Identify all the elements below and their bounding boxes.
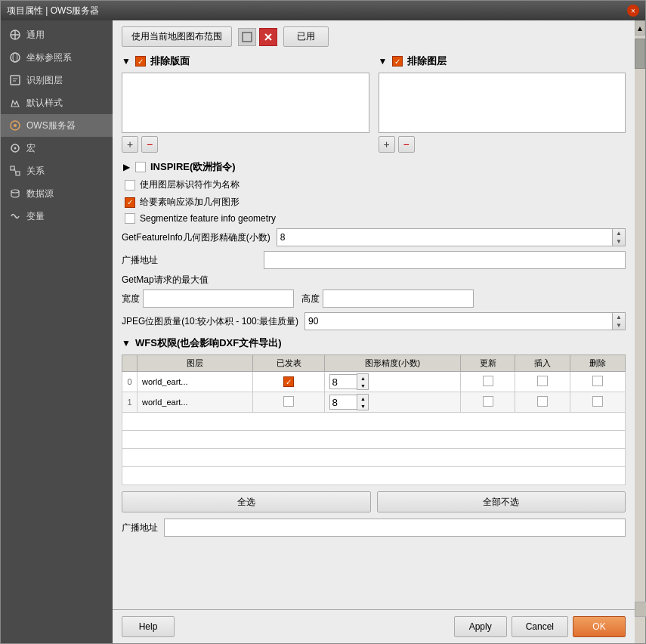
sidebar-item-relations-label: 关系: [26, 165, 45, 178]
sidebar-item-variables[interactable]: 变量: [1, 205, 113, 228]
sidebar-item-general[interactable]: 通用: [1, 23, 113, 46]
inspire-checkbox[interactable]: [135, 162, 146, 172]
table-row-empty: [122, 413, 626, 431]
top-icon2: [259, 28, 277, 46]
sidebar-item-general-label: 通用: [26, 29, 45, 42]
getmap-row: GetMap请求的最大值 宽度 高度: [122, 274, 626, 308]
wfs-title: WFS权限(也会影响DXF文件导出): [135, 336, 282, 350]
jpeg-input[interactable]: [304, 312, 612, 330]
row-1-update[interactable]: [460, 392, 515, 413]
remove-layout-button[interactable]: −: [141, 136, 158, 153]
close-button[interactable]: ×: [627, 5, 639, 17]
remove-layer-button[interactable]: −: [398, 136, 415, 153]
svg-rect-5: [11, 76, 20, 85]
help-button[interactable]: Help: [122, 616, 175, 637]
macros-icon: [8, 141, 22, 155]
wfs-toggle[interactable]: ▼: [122, 339, 131, 348]
getfeature-up[interactable]: ▲: [613, 229, 625, 237]
sidebar-item-identify[interactable]: 识别图层: [1, 69, 113, 91]
row-0-delete[interactable]: [570, 372, 626, 392]
row-0-precision[interactable]: ▲ ▼: [325, 372, 460, 392]
ok-button[interactable]: OK: [573, 616, 626, 637]
inspire-title: INSPIRE(欧洲指令): [150, 160, 236, 174]
exclude-layer-actions: + −: [379, 136, 626, 153]
broadcast-input[interactable]: [264, 251, 626, 269]
exclude-layout-checkbox[interactable]: ✓: [135, 56, 146, 67]
getmap-height-field: 高度: [301, 289, 474, 308]
svg-line-14: [14, 169, 16, 174]
already-used-button[interactable]: 已用: [283, 26, 329, 47]
content-area: 通用 坐标参照系 识别图层 默认样式: [1, 20, 645, 643]
add-layer-button[interactable]: +: [379, 136, 395, 153]
exclude-layer-title: 排除图层: [407, 54, 447, 68]
row-0-insert[interactable]: [515, 372, 570, 392]
broadcast2-input[interactable]: [164, 519, 626, 537]
scrollbar[interactable]: ▲ ▼: [635, 20, 645, 643]
apply-button[interactable]: Apply: [454, 616, 507, 637]
row-0-prec-up[interactable]: ▲: [357, 374, 368, 382]
use-identifier-label: 使用图层标识符作为名称: [140, 178, 240, 191]
width-input[interactable]: [143, 289, 294, 308]
sidebar-item-style[interactable]: 默认样式: [1, 91, 113, 114]
scrollbar-down[interactable]: ▼: [635, 602, 645, 617]
select-all-button[interactable]: 全选: [122, 491, 371, 512]
deselect-all-button[interactable]: 全部不选: [377, 491, 626, 512]
jpeg-down[interactable]: ▼: [613, 321, 625, 330]
segmentize-label: Segmentize feature info geometry: [140, 213, 276, 224]
broadcast-label: 广播地址: [122, 254, 258, 267]
svg-point-3: [11, 53, 20, 62]
getfeature-down[interactable]: ▼: [613, 237, 625, 246]
row-0-prec-down[interactable]: ▼: [357, 382, 368, 389]
sidebar-item-datasource[interactable]: 数据源: [1, 182, 113, 205]
exclude-layer-toggle[interactable]: ▼: [379, 57, 388, 66]
row-0-update[interactable]: [460, 372, 515, 392]
getmap-label: GetMap请求的最大值: [122, 274, 626, 286]
svg-rect-16: [243, 33, 252, 42]
add-layout-button[interactable]: +: [122, 136, 138, 153]
scrollbar-thumb[interactable]: [635, 39, 645, 69]
jpeg-up[interactable]: ▲: [613, 313, 625, 321]
use-current-extent-button[interactable]: 使用当前地图图布范围: [122, 26, 232, 47]
exclude-layer-checkbox[interactable]: ✓: [392, 56, 403, 67]
row-0-published[interactable]: ✓: [252, 372, 325, 392]
identify-icon: [8, 73, 22, 87]
add-geometry-checkbox[interactable]: ✓: [125, 197, 135, 208]
inspire-toggle[interactable]: ▶: [122, 163, 131, 172]
row-1-precision[interactable]: ▲ ▼: [325, 392, 460, 413]
height-input[interactable]: [323, 289, 474, 308]
exclude-layout-header: ▼ ✓ 排除版面: [122, 54, 369, 68]
sidebar-item-macros[interactable]: 宏: [1, 137, 113, 159]
exclude-layer-list: [379, 73, 626, 133]
getfeature-input[interactable]: [277, 228, 612, 246]
general-icon: [8, 28, 22, 42]
row-1-delete[interactable]: [570, 392, 626, 413]
sidebar-item-crs[interactable]: 坐标参照系: [1, 46, 113, 69]
relations-icon: [8, 164, 22, 178]
sidebar-item-ows-label: OWS服务器: [26, 119, 76, 132]
add-geometry-row: ✓ 给要素响应添加几何图形: [122, 196, 626, 209]
inspire-header: ▶ INSPIRE(欧洲指令): [122, 160, 626, 174]
exclude-layout-section: ▼ ✓ 排除版面 + −: [122, 54, 369, 153]
col-delete: 删除: [570, 355, 626, 372]
exclude-layer-header: ▼ ✓ 排除图层: [379, 54, 626, 68]
scrollbar-up[interactable]: ▲: [635, 20, 645, 36]
scroll-area[interactable]: 使用当前地图图布范围 已用: [113, 20, 635, 609]
exclude-layout-actions: + −: [122, 136, 369, 153]
row-1-prec-down[interactable]: ▼: [357, 402, 368, 410]
row-1-insert[interactable]: [515, 392, 570, 413]
row-1-prec-up[interactable]: ▲: [357, 395, 368, 402]
cancel-button[interactable]: Cancel: [512, 616, 568, 637]
exclude-layout-toggle[interactable]: ▼: [122, 57, 131, 66]
wfs-section: ▼ WFS权限(也会影响DXF文件导出) 图层 已发表 图形精度(小数): [122, 336, 626, 537]
height-label: 高度: [301, 293, 320, 305]
segmentize-checkbox[interactable]: [125, 213, 135, 224]
use-identifier-checkbox[interactable]: [125, 180, 135, 190]
getfeature-row: GetFeatureInfo几何图形精确度(小数) ▲ ▼: [122, 228, 626, 246]
titlebar-title: 项目属性 | OWS服务器: [7, 5, 99, 17]
sidebar-item-style-label: 默认样式: [26, 97, 63, 110]
sidebar-item-relations[interactable]: 关系: [1, 159, 113, 182]
broadcast2-label: 广播地址: [122, 522, 158, 534]
row-1-published[interactable]: [252, 392, 325, 413]
sidebar-item-ows[interactable]: OWS服务器: [1, 114, 113, 137]
main-panel: 使用当前地图图布范围 已用: [113, 20, 635, 643]
